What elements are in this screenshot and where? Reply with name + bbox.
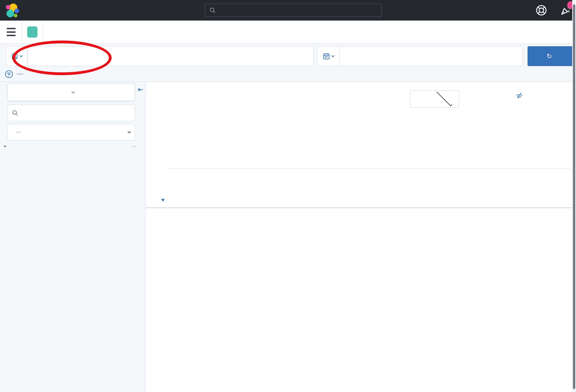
histogram-chart [146, 109, 576, 192]
query-section: ↻ [0, 44, 576, 82]
refresh-button[interactable]: ↻ [527, 46, 574, 66]
chevron-down-icon [331, 54, 335, 57]
global-top-bar [0, 0, 576, 21]
date-picker [317, 46, 523, 66]
content-area: ⇤ [0, 82, 576, 392]
global-search-input[interactable] [205, 4, 382, 17]
page-scrollbar[interactable] [572, 0, 576, 392]
chevron-down-icon [72, 90, 75, 93]
hide-chart-button[interactable] [516, 92, 526, 99]
eye-slash-icon [516, 92, 523, 99]
search-icon [209, 7, 216, 14]
calendar-icon [323, 53, 330, 60]
refresh-icon: ↻ [547, 53, 552, 59]
chevron-down-icon [4, 145, 6, 147]
index-pattern-switcher[interactable] [7, 84, 135, 101]
hits-header [146, 84, 576, 109]
saved-query-menu-button[interactable] [6, 46, 28, 66]
table-header-rule [146, 207, 576, 208]
fields-sidebar: ⇤ [0, 82, 146, 392]
chevron-down-icon [20, 54, 23, 57]
elastic-brand[interactable] [5, 3, 23, 17]
filter-type-count-badge [16, 131, 21, 133]
search-icon [12, 110, 18, 116]
chevron-down-icon [436, 90, 452, 106]
app-header-bar [0, 21, 576, 44]
filter-icon[interactable] [5, 70, 13, 78]
chevron-down-icon [128, 130, 131, 133]
header-divider [22, 22, 22, 42]
interval-select[interactable] [410, 90, 459, 108]
available-fields-accordion[interactable] [4, 142, 141, 151]
filter-separator-dash [16, 74, 23, 74]
elastic-logo-icon [5, 3, 19, 17]
saved-query-icon [11, 53, 18, 60]
filter-bar [0, 69, 576, 81]
menu-hamburger-icon[interactable] [7, 28, 16, 36]
filter-by-type-select[interactable] [7, 124, 135, 141]
main-panel [146, 82, 576, 392]
discover-badge[interactable] [27, 27, 37, 38]
query-input[interactable] [28, 46, 314, 66]
sort-desc-icon [161, 199, 165, 202]
table-header [146, 199, 576, 207]
scrollbar-thumb[interactable] [573, 4, 575, 389]
available-fields-count-badge [131, 146, 137, 147]
x-axis-line [169, 168, 570, 169]
field-search-input[interactable] [7, 104, 135, 121]
header-divider [43, 22, 43, 42]
time-column-header[interactable] [159, 199, 165, 202]
collapse-sidebar-icon[interactable]: ⇤ [138, 86, 144, 93]
calendar-button[interactable] [317, 47, 340, 66]
help-icon[interactable] [535, 4, 547, 16]
